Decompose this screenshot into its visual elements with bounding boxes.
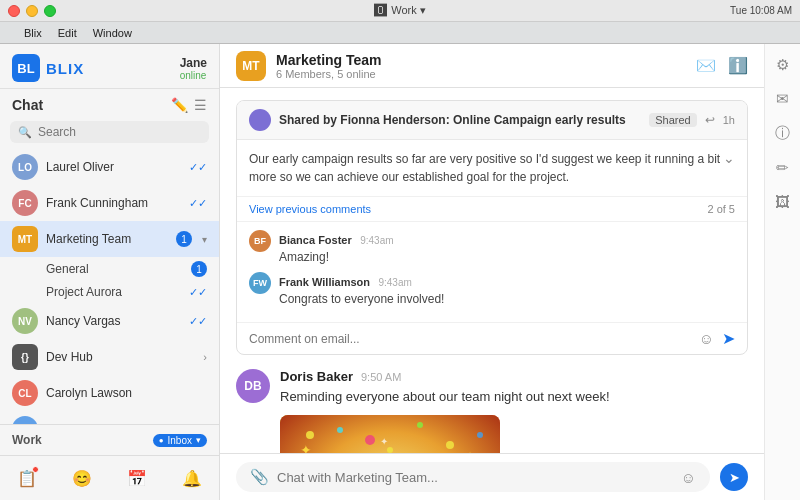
comment-input[interactable] (249, 332, 691, 346)
comment-time: 9:43am (378, 277, 411, 288)
sidebar-header: BL BLIX Jane online (0, 44, 219, 89)
minimize-button[interactable] (26, 5, 38, 17)
settings-icon[interactable]: ⚙ (776, 56, 789, 74)
send-button[interactable]: ➤ (720, 463, 748, 491)
email-icon[interactable]: ✉️ (696, 56, 716, 75)
comment-item: FW Frank Williamson 9:43am Congrats to e… (249, 272, 735, 306)
subitem-label: General (46, 262, 183, 276)
header-actions: ✉️ ℹ️ (696, 56, 748, 75)
svg-point-1 (306, 431, 314, 439)
emoji-icon[interactable]: ☺ (699, 330, 714, 347)
search-input[interactable] (38, 125, 201, 139)
svg-point-4 (417, 422, 423, 428)
message-avatar: DB (236, 369, 270, 403)
read-indicator: ✓✓ (189, 286, 207, 299)
menu-edit[interactable]: Edit (58, 27, 77, 39)
emoji-bottom-icon[interactable]: 😊 (66, 462, 98, 494)
chat-input-area[interactable]: 📎 ☺ (236, 462, 710, 492)
message-author-row: Doris Baker 9:50 AM (280, 369, 748, 384)
comment-count: 2 of 5 (707, 203, 735, 215)
sidebar-item-devhub[interactable]: {} Dev Hub › (0, 339, 219, 375)
chat-header-icons: ✏️ ☰ (171, 97, 207, 113)
svg-text:✦: ✦ (380, 436, 388, 447)
commenter-avatar: FW (249, 272, 271, 294)
message-time: 1h (723, 114, 735, 126)
channel-subtitle: 6 Members, 5 online (276, 68, 382, 80)
notifications-bottom-icon[interactable]: 🔔 (176, 462, 208, 494)
menu-blix[interactable]: Blix (24, 27, 42, 39)
expand-icon[interactable]: ⌄ (723, 150, 735, 166)
svg-point-3 (365, 435, 375, 445)
sidebar-footer: Work ● Inbox ▾ (0, 424, 219, 455)
menu-window[interactable]: Window (93, 27, 132, 39)
compose-icon[interactable]: ✏️ (171, 97, 188, 113)
svg-text:✦: ✦ (300, 442, 312, 454)
sidebar-item-frank[interactable]: FC Frank Cunningham ✓✓ (0, 185, 219, 221)
message-area: Shared by Fionna Henderson: Online Campa… (220, 88, 764, 453)
avatar: FC (12, 190, 38, 216)
app-window: BL BLIX Jane online Chat ✏️ ☰ 🔍 LO Laure… (0, 44, 800, 500)
shared-header-left: Shared by Fionna Henderson: Online Campa… (249, 109, 626, 131)
emoji-icon[interactable]: ☺ (681, 469, 696, 486)
chevron-icon: › (203, 351, 207, 363)
sidebar-item-laurel[interactable]: LO Laurel Oliver ✓✓ (0, 149, 219, 185)
shared-message-body: Our early campaign results so far are ve… (237, 140, 747, 196)
item-label: Frank Cunningham (46, 196, 181, 210)
sidebar: BL BLIX Jane online Chat ✏️ ☰ 🔍 LO Laure… (0, 44, 220, 500)
sidebar-subitem-general[interactable]: General 1 (0, 257, 219, 281)
svg-point-9 (387, 447, 393, 453)
view-comments-link[interactable]: View previous comments (249, 203, 371, 215)
calendar-icon: 📅 (127, 469, 147, 488)
close-button[interactable] (8, 5, 20, 17)
read-indicator: ✓✓ (189, 315, 207, 328)
traffic-lights[interactable] (8, 5, 56, 17)
message-item: DB Doris Baker 9:50 AM Reminding everyon… (236, 369, 748, 453)
user-name: Jane (180, 56, 207, 70)
maximize-button[interactable] (44, 5, 56, 17)
chat-input[interactable] (277, 470, 673, 485)
shared-body-text: Our early campaign results so far are ve… (249, 150, 723, 186)
search-icon: 🔍 (18, 126, 32, 139)
message-text: Reminding everyone about our team night … (280, 387, 748, 407)
sidebar-item-nancy[interactable]: NV Nancy Vargas ✓✓ (0, 303, 219, 339)
chat-section-title: Chat (12, 97, 43, 113)
unread-badge: 1 (191, 261, 207, 277)
read-indicator: ✓✓ (189, 197, 207, 210)
reply-icon: ↩ (705, 113, 715, 127)
comment-content: Frank Williamson 9:43am Congrats to ever… (279, 272, 735, 306)
unread-badge: 1 (176, 231, 192, 247)
sidebar-item-mary[interactable]: MV Mary Vargas (0, 411, 219, 424)
inbox-badge[interactable]: ● Inbox ▾ (153, 434, 207, 447)
avatar: NV (12, 308, 38, 334)
sidebar-subitem-aurora[interactable]: Project Aurora ✓✓ (0, 281, 219, 303)
channel-details: Marketing Team 6 Members, 5 online (276, 52, 382, 80)
right-sidebar: ⚙ ✉ ⓘ ✏ 🖼 (764, 44, 800, 500)
sidebar-list: LO Laurel Oliver ✓✓ FC Frank Cunningham … (0, 149, 219, 424)
workspace-label: Work ▾ (391, 4, 426, 17)
edit-icon[interactable]: ✏ (776, 159, 789, 177)
title-bar: 🅾 Work ▾ Tue 10:08 AM (0, 0, 800, 22)
chevron-icon: ▾ (202, 234, 207, 245)
image-icon[interactable]: 🖼 (775, 193, 790, 210)
avatar: LO (12, 154, 38, 180)
item-label: Nancy Vargas (46, 314, 181, 328)
calendar-bottom-icon[interactable]: 📅 (121, 462, 153, 494)
sidebar-item-marketing[interactable]: MT Marketing Team 1 ▾ (0, 221, 219, 257)
main-content: MT Marketing Team 6 Members, 5 online ✉️… (220, 44, 764, 500)
email-icon[interactable]: ✉ (776, 90, 789, 108)
menu-bar: Blix Edit Window (0, 22, 800, 44)
send-comment-icon[interactable]: ➤ (722, 329, 735, 348)
avatar: CL (12, 380, 38, 406)
compose-bottom-icon[interactable]: 📋 (11, 462, 43, 494)
attachment-icon[interactable]: 📎 (250, 468, 269, 486)
sidebar-item-carolyn[interactable]: CL Carolyn Lawson (0, 375, 219, 411)
commenter-name: Frank Williamson (279, 276, 370, 288)
filter-icon[interactable]: ☰ (194, 97, 207, 113)
search-bar[interactable]: 🔍 (10, 121, 209, 143)
party-image: ✦ ✦ ✦ (280, 415, 500, 454)
channel-header: MT Marketing Team 6 Members, 5 online ✉️… (220, 44, 764, 88)
info-icon[interactable]: ⓘ (775, 124, 790, 143)
shared-message-header: Shared by Fionna Henderson: Online Campa… (237, 101, 747, 140)
info-icon[interactable]: ℹ️ (728, 56, 748, 75)
svg-point-5 (446, 441, 454, 449)
